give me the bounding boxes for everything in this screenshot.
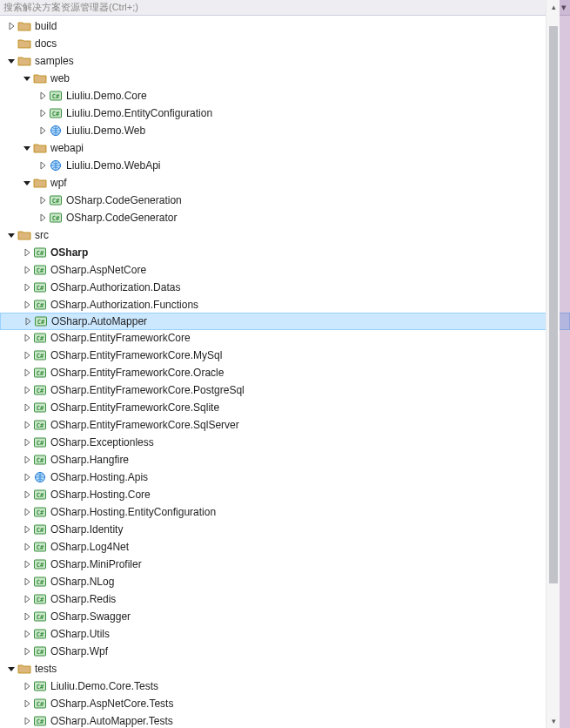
csproj-icon: C# [33,401,47,415]
tree-item[interactable]: src [0,226,570,244]
expander-closed-icon[interactable] [21,558,33,570]
tree-item[interactable]: C# OSharp.EntityFrameworkCore.Oracle [0,364,570,381]
expander-open-icon[interactable] [5,663,17,675]
search-box-placeholder[interactable]: 搜索解决方案资源管理器(Ctrl+;) ▾ [0,0,570,16]
expander-closed-icon[interactable] [21,593,33,605]
csproj-icon: C# [33,557,47,571]
expander-closed-icon[interactable] [21,367,33,379]
expander-open-icon[interactable] [5,229,17,241]
tree-item[interactable]: C# OSharp.CodeGeneration [0,192,570,209]
tree-item[interactable]: samples [0,52,570,70]
tree-item[interactable]: C# OSharp [0,244,570,261]
tree-item[interactable]: C# OSharp.Hosting.EntityConfiguration [0,503,570,521]
expander-closed-icon[interactable] [21,419,33,431]
scrollbar-thumb[interactable] [549,26,558,583]
expander-closed-icon[interactable] [21,715,33,727]
expander-closed-icon[interactable] [21,281,33,293]
expander-closed-icon[interactable] [21,576,33,588]
tree-item[interactable]: C# Liuliu.Demo.Core.Tests [0,677,570,695]
expander-closed-icon[interactable] [21,506,33,518]
tree-item[interactable]: web [0,70,570,87]
tree-item[interactable]: C# OSharp.AutoMapper [0,313,570,330]
tree-item[interactable]: C# OSharp.CodeGenerator [0,209,570,226]
expander-closed-icon[interactable] [5,20,17,32]
tree-item[interactable]: C# OSharp.Log4Net [0,538,570,556]
tree-item[interactable]: webapi [0,139,570,157]
expander-closed-icon[interactable] [37,90,49,102]
expander-none [5,37,17,50]
tree-item[interactable]: C# OSharp.Hangfire [0,451,570,468]
csproj-icon: C# [33,697,47,711]
expander-open-icon[interactable] [21,72,33,84]
tree-item[interactable]: Liuliu.Demo.WebApi [0,157,570,174]
tree-item[interactable]: C# OSharp.Authorization.Datas [0,279,570,296]
expander-closed-icon[interactable] [21,299,33,311]
tree-item[interactable]: wpf [0,174,570,192]
tree-item[interactable]: C# OSharp.NLog [0,573,570,590]
tree-item[interactable]: C# OSharp.AutoMapper.Tests [0,712,570,728]
vertical-scrollbar[interactable]: ▴ ▾ [546,0,560,728]
scroll-down-arrow-icon[interactable]: ▾ [547,714,560,728]
tree-item[interactable]: C# OSharp.AspNetCore.Tests [0,695,570,712]
expander-closed-icon[interactable] [21,523,33,536]
tree-item[interactable]: Liuliu.Demo.Web [0,122,570,139]
tree-item[interactable]: C# OSharp.EntityFrameworkCore [0,329,570,347]
expander-closed-icon[interactable] [21,332,33,344]
tree-item[interactable]: C# OSharp.AspNetCore [0,261,570,279]
expander-closed-icon[interactable] [21,610,33,623]
expander-closed-icon[interactable] [21,628,33,640]
svg-text:C#: C# [37,614,44,621]
expander-closed-icon[interactable] [37,159,49,172]
scroll-up-arrow-icon[interactable]: ▴ [547,0,560,14]
tree-item-label: OSharp.AutoMapper [51,313,147,330]
tree-item[interactable]: C# OSharp.Swagger [0,608,570,625]
expander-closed-icon[interactable] [22,315,34,327]
expander-closed-icon[interactable] [21,384,33,396]
expander-closed-icon[interactable] [21,401,33,414]
tree-item[interactable]: C# OSharp.Exceptionless [0,434,570,451]
expander-open-icon[interactable] [5,55,17,67]
folder-icon [33,176,47,190]
expander-closed-icon[interactable] [37,107,49,119]
expander-closed-icon[interactable] [37,212,49,224]
tree-item-label: OSharp.Wpf [50,643,108,660]
tree-item[interactable]: C# OSharp.EntityFrameworkCore.Sqlite [0,399,570,416]
tree-item[interactable]: C# OSharp.EntityFrameworkCore.MySql [0,347,570,364]
tree-item[interactable]: C# OSharp.EntityFrameworkCore.SqlServer [0,416,570,434]
tree-item-label: docs [35,35,57,52]
expander-closed-icon[interactable] [21,471,33,483]
tree-item[interactable]: C# OSharp.Authorization.Functions [0,296,570,313]
tree-item[interactable]: C# OSharp.Utils [0,625,570,643]
tree-item[interactable]: C# OSharp.Redis [0,590,570,608]
expander-closed-icon[interactable] [37,125,49,137]
tree-item[interactable]: C# OSharp.Hosting.Core [0,486,570,503]
expander-closed-icon[interactable] [21,436,33,448]
expander-open-icon[interactable] [21,142,33,154]
tree-item[interactable]: tests [0,660,570,677]
csproj-icon: C# [33,348,47,362]
svg-text:C#: C# [37,684,44,691]
tree-item-label: Liuliu.Demo.WebApi [66,157,161,174]
expander-closed-icon[interactable] [21,349,33,361]
tree-item[interactable]: OSharp.Hosting.Apis [0,468,570,486]
tree-item[interactable]: C# Liuliu.Demo.Core [0,87,570,104]
expander-open-icon[interactable] [21,177,33,189]
expander-closed-icon[interactable] [21,264,33,276]
right-edge: ▴ ▾ [546,0,570,728]
expander-closed-icon[interactable] [21,541,33,553]
expander-closed-icon[interactable] [21,645,33,657]
expander-closed-icon[interactable] [21,489,33,501]
tree-item-label: OSharp.Utils [50,625,110,643]
tree-item[interactable]: C# OSharp.MiniProfiler [0,556,570,573]
tree-item[interactable]: docs [0,35,570,52]
tree-item[interactable]: C# Liuliu.Demo.EntityConfiguration [0,104,570,122]
expander-closed-icon[interactable] [21,246,33,259]
expander-closed-icon[interactable] [21,698,33,710]
expander-closed-icon[interactable] [37,194,49,206]
tree-item[interactable]: build [0,17,570,35]
tree-item[interactable]: C# OSharp.Identity [0,521,570,538]
expander-closed-icon[interactable] [21,454,33,466]
tree-item[interactable]: C# OSharp.EntityFrameworkCore.PostgreSql [0,381,570,399]
expander-closed-icon[interactable] [21,680,33,692]
tree-item[interactable]: C# OSharp.Wpf [0,643,570,660]
